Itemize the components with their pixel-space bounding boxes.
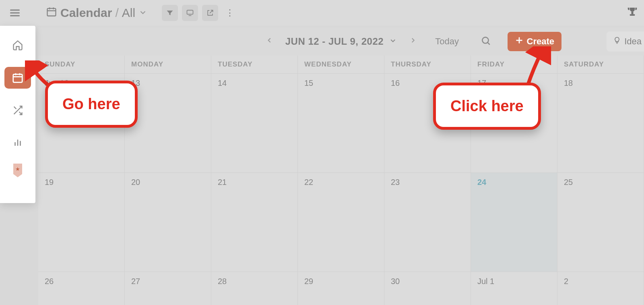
topbar: Calendar / All ⋮ — [0, 0, 644, 26]
share-button[interactable] — [202, 5, 218, 21]
breadcrumb-view[interactable]: All — [122, 6, 135, 20]
plus-icon — [515, 36, 524, 47]
calendar-cell[interactable]: 26 — [38, 272, 125, 305]
calendar-cell[interactable]: 30 — [384, 272, 471, 305]
calendar-cell[interactable]: 22 — [298, 172, 384, 272]
calendar-cell[interactable]: 18 — [557, 73, 644, 172]
calendar-cell[interactable]: 23 — [384, 172, 471, 272]
day-header: MONDAY — [125, 56, 211, 73]
prev-button[interactable] — [261, 32, 277, 51]
calendar-cell[interactable]: 13 — [125, 73, 211, 172]
date-range-text: JUN 12 - JUL 9, 2022 — [285, 36, 384, 47]
sidebar-favorite[interactable]: ★ — [13, 164, 22, 174]
date-number: 2 — [564, 277, 568, 286]
day-headers: SUNDAY MONDAY TUESDAY WEDNESDAY THURSDAY… — [38, 56, 644, 73]
breadcrumb: Calendar / All — [46, 6, 147, 20]
date-number: 21 — [218, 178, 227, 187]
date-number: 22 — [304, 178, 313, 187]
date-number: 30 — [391, 277, 400, 286]
date-number: 14 — [218, 79, 227, 87]
date-number: 15 — [304, 79, 313, 87]
sidebar-shuffle[interactable] — [6, 101, 29, 120]
display-button[interactable] — [182, 5, 198, 21]
search-button[interactable] — [481, 35, 491, 48]
next-button[interactable] — [405, 32, 421, 51]
bulb-icon — [613, 35, 621, 48]
date-number: 27 — [131, 277, 140, 286]
sidebar-calendar[interactable] — [4, 67, 31, 89]
calendar-cell[interactable]: 28 — [211, 272, 298, 305]
calendar-cell[interactable]: 21 — [211, 172, 298, 272]
date-number: 24 — [477, 178, 486, 187]
annotation-click-here: Click here — [433, 83, 541, 130]
trophy-icon[interactable] — [626, 6, 638, 21]
date-range[interactable]: JUN 12 - JUL 9, 2022 — [285, 36, 397, 47]
annotation-go-here: Go here — [45, 81, 138, 128]
svg-rect-9 — [632, 12, 634, 14]
svg-rect-10 — [630, 14, 635, 16]
svg-line-19 — [487, 42, 489, 44]
date-number: 23 — [391, 178, 400, 187]
date-number: 18 — [564, 79, 573, 87]
date-number: 19 — [45, 178, 54, 187]
day-header: TUESDAY — [211, 56, 298, 73]
calendar-cell[interactable]: 19 — [38, 172, 125, 272]
chevron-down-icon — [389, 36, 397, 47]
day-header: WEDNESDAY — [298, 56, 384, 73]
date-number: 26 — [45, 277, 54, 286]
calendar-cell[interactable]: 27 — [125, 272, 211, 305]
star-icon: ★ — [15, 166, 20, 172]
date-number: 20 — [131, 178, 140, 187]
date-number: 28 — [218, 277, 227, 286]
date-number: 29 — [304, 277, 313, 286]
day-header: THURSDAY — [384, 56, 471, 73]
calendar-cell[interactable]: 15 — [298, 73, 384, 172]
day-header: SUNDAY — [38, 56, 125, 73]
today-button[interactable]: Today — [435, 36, 459, 47]
sidebar: ★ — [0, 26, 35, 203]
calendar-cell[interactable]: 29 — [298, 272, 384, 305]
svg-point-18 — [482, 37, 488, 43]
filter-button[interactable] — [162, 5, 178, 21]
subbar: JUN 12 - JUL 9, 2022 Today Create Idea — [38, 27, 644, 56]
day-header: FRIDAY — [471, 56, 557, 73]
svg-rect-11 — [13, 74, 23, 82]
calendar-cell[interactable]: 2 — [557, 272, 644, 305]
sidebar-analytics[interactable] — [6, 132, 29, 151]
calendar-cell[interactable]: 24 — [471, 172, 557, 272]
svg-rect-3 — [47, 8, 56, 16]
date-number: 16 — [391, 79, 400, 87]
calendar-cell[interactable]: 14 — [211, 73, 298, 172]
hamburger-icon[interactable] — [8, 7, 22, 19]
calendar-cell[interactable]: 20 — [125, 172, 211, 272]
breadcrumb-sep: / — [115, 6, 118, 20]
date-number: Jul 1 — [477, 277, 494, 286]
create-button[interactable]: Create — [508, 32, 561, 51]
calendar-cell[interactable]: Jul 1 — [471, 272, 557, 305]
sidebar-home[interactable] — [6, 35, 29, 55]
chevron-down-icon[interactable] — [138, 6, 147, 20]
calendar-cell[interactable]: 25 — [557, 172, 644, 272]
day-header: SATURDAY — [557, 56, 644, 73]
idea-label: Idea — [624, 36, 642, 47]
create-label: Create — [527, 36, 554, 47]
svg-rect-7 — [187, 10, 193, 14]
date-number: 25 — [564, 178, 573, 187]
more-menu[interactable]: ⋮ — [222, 8, 238, 18]
calendar-icon — [46, 6, 57, 20]
breadcrumb-title[interactable]: Calendar — [60, 6, 112, 20]
idea-button[interactable]: Idea — [607, 31, 644, 52]
